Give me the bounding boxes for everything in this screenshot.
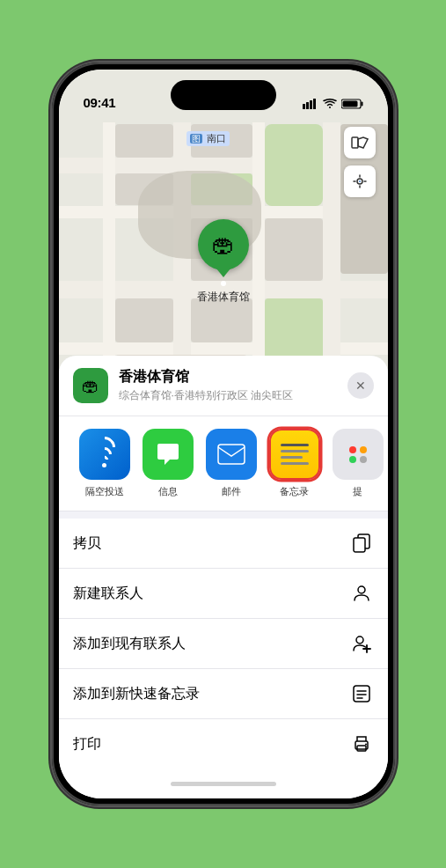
new-contact-label: 新建联系人 bbox=[73, 585, 143, 603]
svg-rect-10 bbox=[218, 445, 245, 464]
share-row: 隔空投送 信息 邮件 bbox=[59, 416, 388, 511]
add-existing-label: 添加到现有联系人 bbox=[73, 635, 186, 653]
share-mail[interactable]: 邮件 bbox=[200, 429, 263, 498]
airdrop-icon bbox=[79, 429, 130, 480]
share-airdrop[interactable]: 隔空投送 bbox=[73, 429, 136, 498]
svg-rect-2 bbox=[310, 100, 312, 109]
phone-frame: 09:41 bbox=[52, 63, 395, 805]
wifi-icon bbox=[323, 99, 337, 112]
venue-name: 香港体育馆 bbox=[119, 368, 294, 386]
share-notes[interactable]: 备忘录 bbox=[263, 429, 326, 498]
more-label: 提 bbox=[353, 485, 362, 498]
venue-info-text: 香港体育馆 综合体育馆·香港特别行政区 油尖旺区 bbox=[119, 368, 294, 403]
mail-icon bbox=[206, 429, 257, 480]
action-print[interactable]: 打印 bbox=[59, 719, 388, 769]
svg-rect-0 bbox=[303, 104, 305, 109]
status-time: 09:41 bbox=[84, 95, 116, 112]
action-list: 拷贝 新建联系人 添加到现有联系人 bbox=[59, 519, 388, 769]
quicknote-icon bbox=[349, 681, 374, 706]
notes-lines-icon bbox=[281, 444, 309, 465]
venue-card: 🏟 香港体育馆 综合体育馆·香港特别行政区 油尖旺区 ✕ bbox=[59, 356, 388, 416]
svg-rect-1 bbox=[306, 102, 309, 109]
notes-icon bbox=[269, 429, 320, 480]
svg-rect-22 bbox=[357, 746, 366, 751]
dynamic-island bbox=[171, 80, 276, 110]
action-new-contact[interactable]: 新建联系人 bbox=[59, 569, 388, 619]
action-add-notes[interactable]: 添加到新快速备忘录 bbox=[59, 669, 388, 719]
pin-dot bbox=[221, 281, 226, 286]
svg-point-13 bbox=[358, 586, 365, 593]
action-copy[interactable]: 拷贝 bbox=[59, 519, 388, 569]
person-icon bbox=[349, 581, 374, 606]
add-notes-label: 添加到新快速备忘录 bbox=[73, 685, 200, 703]
svg-rect-5 bbox=[361, 102, 362, 107]
action-add-existing[interactable]: 添加到现有联系人 bbox=[59, 619, 388, 669]
svg-rect-7 bbox=[352, 137, 358, 148]
home-bar bbox=[171, 782, 276, 786]
airdrop-wifi-icon bbox=[94, 437, 115, 473]
copy-label: 拷贝 bbox=[73, 534, 101, 553]
messages-icon bbox=[143, 429, 194, 480]
print-icon bbox=[349, 732, 374, 756]
venue-thumb-icon: 🏟 bbox=[82, 376, 99, 396]
map-type-button[interactable] bbox=[344, 127, 376, 158]
bottom-sheet: 🏟 香港体育馆 综合体育馆·香港特别行政区 油尖旺区 ✕ bbox=[59, 356, 388, 798]
svg-point-23 bbox=[365, 744, 367, 746]
share-messages[interactable]: 信息 bbox=[136, 429, 200, 498]
venue-thumbnail: 🏟 bbox=[73, 368, 108, 403]
messages-label: 信息 bbox=[158, 485, 178, 498]
airdrop-label: 隔空投送 bbox=[85, 485, 124, 498]
svg-rect-6 bbox=[342, 101, 357, 107]
location-button[interactable] bbox=[344, 166, 376, 197]
notes-label: 备忘录 bbox=[280, 485, 309, 498]
mail-label: 邮件 bbox=[222, 485, 241, 498]
share-more[interactable]: 提 bbox=[326, 429, 388, 498]
pin-circle: 🏟 bbox=[198, 219, 249, 270]
phone-screen: 09:41 bbox=[59, 70, 388, 798]
more-icon bbox=[333, 429, 384, 480]
status-icons bbox=[303, 99, 363, 112]
print-label: 打印 bbox=[73, 735, 101, 754]
signal-icon bbox=[303, 99, 318, 112]
svg-rect-3 bbox=[313, 99, 316, 109]
stadium-icon: 🏟 bbox=[212, 232, 235, 259]
pin-label: 香港体育馆 bbox=[197, 290, 250, 305]
battery-icon bbox=[341, 99, 363, 112]
copy-icon bbox=[349, 531, 374, 555]
svg-rect-17 bbox=[354, 686, 369, 702]
map-controls bbox=[344, 127, 376, 197]
venue-card-left: 🏟 香港体育馆 综合体育馆·香港特别行政区 油尖旺区 bbox=[73, 368, 294, 403]
map-label-nankou: 图 南口 bbox=[186, 131, 230, 146]
person-add-icon bbox=[349, 631, 374, 656]
share-section: 隔空投送 信息 邮件 bbox=[59, 416, 388, 511]
venue-subtitle: 综合体育馆·香港特别行政区 油尖旺区 bbox=[119, 388, 294, 403]
venue-pin[interactable]: 🏟 香港体育馆 bbox=[197, 219, 250, 305]
svg-point-14 bbox=[356, 636, 363, 644]
svg-rect-12 bbox=[354, 538, 365, 552]
svg-point-9 bbox=[359, 180, 361, 182]
map-label-text: 南口 bbox=[207, 133, 226, 143]
map-label-icon: 图 bbox=[190, 134, 202, 143]
home-indicator bbox=[59, 769, 388, 798]
close-button[interactable]: ✕ bbox=[347, 372, 374, 399]
